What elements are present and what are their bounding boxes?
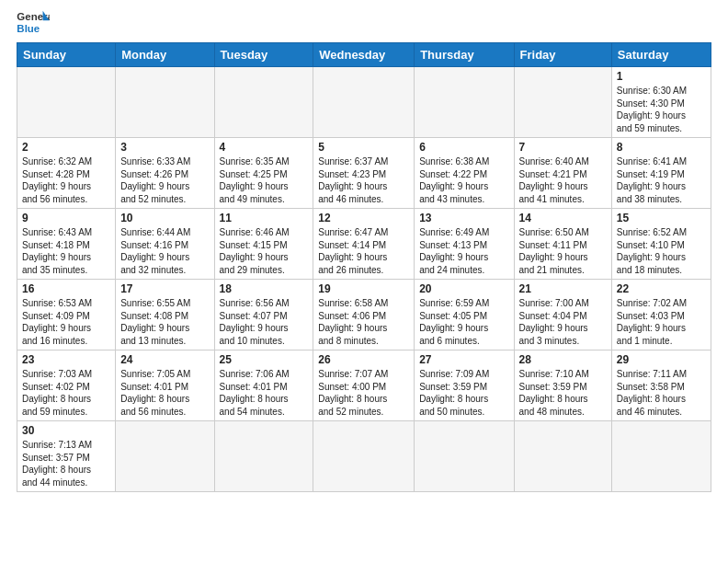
day-info: Sunrise: 6:38 AM Sunset: 4:22 PM Dayligh… bbox=[419, 155, 508, 205]
calendar-cell: 14Sunrise: 6:50 AM Sunset: 4:11 PM Dayli… bbox=[514, 209, 611, 280]
day-info: Sunrise: 7:03 AM Sunset: 4:02 PM Dayligh… bbox=[22, 368, 110, 418]
day-info: Sunrise: 6:59 AM Sunset: 4:05 PM Dayligh… bbox=[419, 297, 508, 347]
calendar-cell: 8Sunrise: 6:41 AM Sunset: 4:19 PM Daylig… bbox=[611, 138, 711, 209]
calendar-cell: 27Sunrise: 7:09 AM Sunset: 3:59 PM Dayli… bbox=[415, 350, 514, 421]
day-info: Sunrise: 6:49 AM Sunset: 4:13 PM Dayligh… bbox=[419, 226, 508, 276]
calendar-cell: 10Sunrise: 6:44 AM Sunset: 4:16 PM Dayli… bbox=[116, 209, 214, 280]
calendar-cell: 24Sunrise: 7:05 AM Sunset: 4:01 PM Dayli… bbox=[116, 350, 214, 421]
day-number: 9 bbox=[22, 212, 110, 224]
weekday-header-friday: Friday bbox=[514, 43, 611, 67]
calendar-cell: 23Sunrise: 7:03 AM Sunset: 4:02 PM Dayli… bbox=[17, 350, 116, 421]
day-number: 16 bbox=[22, 282, 110, 295]
day-info: Sunrise: 6:47 AM Sunset: 4:14 PM Dayligh… bbox=[318, 226, 409, 276]
day-number: 6 bbox=[419, 141, 508, 154]
calendar-cell: 9Sunrise: 6:43 AM Sunset: 4:18 PM Daylig… bbox=[17, 209, 116, 280]
day-number: 1 bbox=[617, 70, 706, 83]
day-number: 7 bbox=[519, 141, 607, 154]
day-info: Sunrise: 6:44 AM Sunset: 4:16 PM Dayligh… bbox=[120, 226, 209, 276]
week-row-5: 23Sunrise: 7:03 AM Sunset: 4:02 PM Dayli… bbox=[17, 350, 711, 421]
day-number: 2 bbox=[22, 141, 110, 154]
day-number: 18 bbox=[220, 282, 309, 295]
day-info: Sunrise: 6:32 AM Sunset: 4:28 PM Dayligh… bbox=[22, 155, 110, 205]
day-number: 14 bbox=[519, 212, 607, 224]
header: General Blue bbox=[17, 9, 711, 37]
day-info: Sunrise: 7:07 AM Sunset: 4:00 PM Dayligh… bbox=[318, 368, 409, 418]
day-info: Sunrise: 6:55 AM Sunset: 4:08 PM Dayligh… bbox=[120, 297, 209, 347]
day-info: Sunrise: 6:53 AM Sunset: 4:09 PM Dayligh… bbox=[22, 297, 110, 347]
calendar-cell bbox=[214, 67, 313, 138]
calendar-table: SundayMondayTuesdayWednesdayThursdayFrid… bbox=[17, 42, 711, 492]
weekday-header-thursday: Thursday bbox=[415, 43, 514, 67]
day-info: Sunrise: 6:46 AM Sunset: 4:15 PM Dayligh… bbox=[220, 226, 309, 276]
calendar-cell: 21Sunrise: 7:00 AM Sunset: 4:04 PM Dayli… bbox=[514, 280, 611, 350]
day-info: Sunrise: 6:41 AM Sunset: 4:19 PM Dayligh… bbox=[617, 155, 706, 205]
calendar-cell: 13Sunrise: 6:49 AM Sunset: 4:13 PM Dayli… bbox=[415, 209, 514, 280]
weekday-header-tuesday: Tuesday bbox=[214, 43, 313, 67]
weekday-header-monday: Monday bbox=[116, 43, 214, 67]
day-number: 13 bbox=[419, 212, 508, 224]
calendar-cell: 18Sunrise: 6:56 AM Sunset: 4:07 PM Dayli… bbox=[214, 280, 313, 350]
week-row-4: 16Sunrise: 6:53 AM Sunset: 4:09 PM Dayli… bbox=[17, 280, 711, 350]
calendar-cell: 1Sunrise: 6:30 AM Sunset: 4:30 PM Daylig… bbox=[611, 67, 711, 138]
day-number: 20 bbox=[419, 282, 508, 295]
calendar-cell bbox=[514, 421, 611, 492]
week-row-3: 9Sunrise: 6:43 AM Sunset: 4:18 PM Daylig… bbox=[17, 209, 711, 280]
day-number: 4 bbox=[220, 141, 309, 154]
calendar-cell bbox=[17, 67, 116, 138]
calendar-cell: 20Sunrise: 6:59 AM Sunset: 4:05 PM Dayli… bbox=[415, 280, 514, 350]
day-number: 8 bbox=[617, 141, 706, 154]
day-info: Sunrise: 7:00 AM Sunset: 4:04 PM Dayligh… bbox=[519, 297, 607, 347]
calendar-cell: 2Sunrise: 6:32 AM Sunset: 4:28 PM Daylig… bbox=[17, 138, 116, 209]
day-info: Sunrise: 6:58 AM Sunset: 4:06 PM Dayligh… bbox=[318, 297, 409, 347]
calendar-cell bbox=[415, 67, 514, 138]
calendar-cell: 22Sunrise: 7:02 AM Sunset: 4:03 PM Dayli… bbox=[611, 280, 711, 350]
day-number: 25 bbox=[220, 353, 309, 366]
day-number: 5 bbox=[318, 141, 409, 154]
day-info: Sunrise: 6:40 AM Sunset: 4:21 PM Dayligh… bbox=[519, 155, 607, 205]
day-info: Sunrise: 7:11 AM Sunset: 3:58 PM Dayligh… bbox=[617, 368, 706, 418]
day-number: 22 bbox=[617, 282, 706, 295]
day-number: 30 bbox=[22, 424, 110, 437]
day-number: 12 bbox=[318, 212, 409, 224]
day-number: 23 bbox=[22, 353, 110, 366]
day-info: Sunrise: 7:13 AM Sunset: 3:57 PM Dayligh… bbox=[22, 439, 110, 488]
day-number: 27 bbox=[419, 353, 508, 366]
day-info: Sunrise: 6:37 AM Sunset: 4:23 PM Dayligh… bbox=[318, 155, 409, 205]
day-info: Sunrise: 6:30 AM Sunset: 4:30 PM Dayligh… bbox=[617, 85, 706, 134]
day-info: Sunrise: 6:52 AM Sunset: 4:10 PM Dayligh… bbox=[617, 226, 706, 276]
generalblue-logo-icon: General Blue bbox=[17, 9, 50, 37]
calendar-cell: 30Sunrise: 7:13 AM Sunset: 3:57 PM Dayli… bbox=[17, 421, 116, 492]
day-number: 3 bbox=[120, 141, 209, 154]
page: General Blue SundayMondayTuesdayWednesda… bbox=[0, 0, 728, 501]
day-number: 17 bbox=[120, 282, 209, 295]
calendar-cell: 4Sunrise: 6:35 AM Sunset: 4:25 PM Daylig… bbox=[214, 138, 313, 209]
calendar-cell: 16Sunrise: 6:53 AM Sunset: 4:09 PM Dayli… bbox=[17, 280, 116, 350]
day-number: 28 bbox=[519, 353, 607, 366]
day-number: 24 bbox=[120, 353, 209, 366]
calendar-cell: 5Sunrise: 6:37 AM Sunset: 4:23 PM Daylig… bbox=[313, 138, 415, 209]
calendar-cell bbox=[611, 421, 711, 492]
day-number: 29 bbox=[617, 353, 706, 366]
calendar-cell: 12Sunrise: 6:47 AM Sunset: 4:14 PM Dayli… bbox=[313, 209, 415, 280]
svg-text:Blue: Blue bbox=[17, 23, 40, 34]
weekday-header-saturday: Saturday bbox=[611, 43, 711, 67]
day-info: Sunrise: 6:33 AM Sunset: 4:26 PM Dayligh… bbox=[120, 155, 209, 205]
calendar-cell: 6Sunrise: 6:38 AM Sunset: 4:22 PM Daylig… bbox=[415, 138, 514, 209]
logo: General Blue bbox=[17, 9, 51, 37]
week-row-2: 2Sunrise: 6:32 AM Sunset: 4:28 PM Daylig… bbox=[17, 138, 711, 209]
weekday-header-wednesday: Wednesday bbox=[313, 43, 415, 67]
calendar-cell: 7Sunrise: 6:40 AM Sunset: 4:21 PM Daylig… bbox=[514, 138, 611, 209]
calendar-cell bbox=[313, 421, 415, 492]
calendar-cell: 25Sunrise: 7:06 AM Sunset: 4:01 PM Dayli… bbox=[214, 350, 313, 421]
calendar-cell: 17Sunrise: 6:55 AM Sunset: 4:08 PM Dayli… bbox=[116, 280, 214, 350]
day-number: 19 bbox=[318, 282, 409, 295]
day-info: Sunrise: 7:10 AM Sunset: 3:59 PM Dayligh… bbox=[519, 368, 607, 418]
day-info: Sunrise: 6:56 AM Sunset: 4:07 PM Dayligh… bbox=[220, 297, 309, 347]
day-info: Sunrise: 6:50 AM Sunset: 4:11 PM Dayligh… bbox=[519, 226, 607, 276]
calendar-cell bbox=[214, 421, 313, 492]
week-row-1: 1Sunrise: 6:30 AM Sunset: 4:30 PM Daylig… bbox=[17, 67, 711, 138]
day-number: 26 bbox=[318, 353, 409, 366]
calendar-cell bbox=[514, 67, 611, 138]
day-number: 21 bbox=[519, 282, 607, 295]
calendar-cell bbox=[116, 421, 214, 492]
